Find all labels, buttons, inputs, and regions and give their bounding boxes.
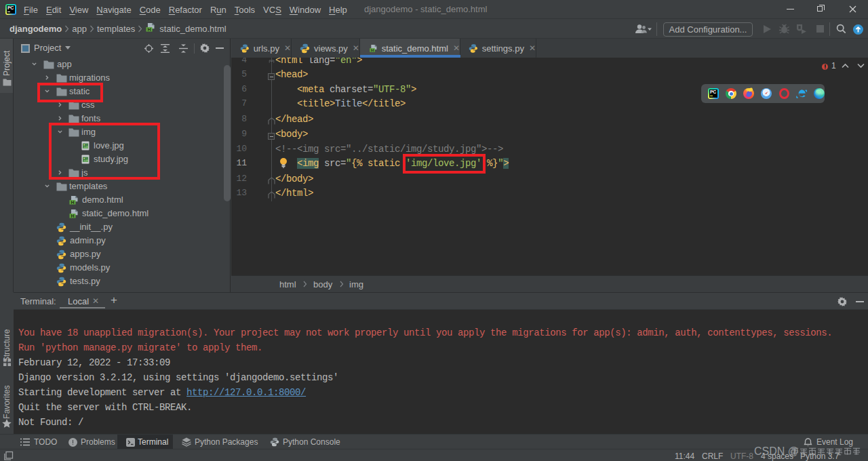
svg-text:H: H [148, 27, 151, 32]
svg-text:H: H [71, 200, 74, 205]
svg-text:H: H [71, 214, 74, 218]
svg-text:H: H [371, 48, 374, 52]
